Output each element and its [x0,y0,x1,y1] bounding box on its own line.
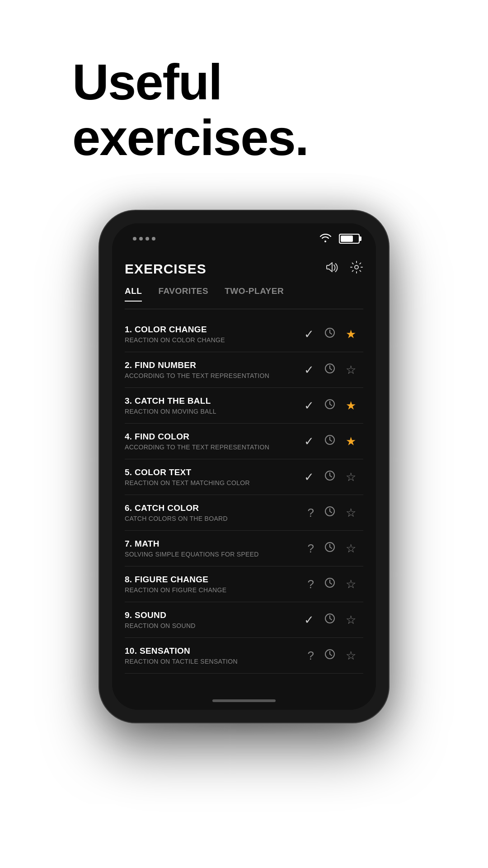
favorite-star-4[interactable]: ★ [346,434,356,448]
exercise-actions-8: ? ☆ [308,577,356,591]
history-icon-1[interactable] [324,327,336,341]
header-actions [325,260,363,277]
exercise-info-6: 6. CATCH COLOR CATCH COLORS ON THE BOARD [125,503,308,522]
exercise-info-10: 10. SENSATION REACTION ON TACTILE SENSAT… [125,646,308,665]
history-icon-2[interactable] [324,363,336,377]
app-header: EXERCISES [125,254,363,286]
favorite-star-1[interactable]: ★ [346,327,356,341]
exercise-info-8: 8. FIGURE CHANGE REACTION ON FIGURE CHAN… [125,575,308,594]
exercise-name-3: 3. CATCH THE BALL [125,396,304,406]
exercise-item-3[interactable]: 3. CATCH THE BALL REACTION ON MOVING BAL… [125,388,363,424]
exercise-desc-9: REACTION ON SOUND [125,622,304,629]
battery-fill [341,236,353,242]
status-question-7: ? [308,542,314,556]
home-bar [212,699,276,702]
status-check-9: ✓ [304,613,314,627]
exercise-item-8[interactable]: 8. FIGURE CHANGE REACTION ON FIGURE CHAN… [125,566,363,602]
app-screen-title: EXERCISES [125,261,206,277]
tab-two-player[interactable]: TWO-PLAYER [225,286,284,302]
phone-shell: EXERCISES [99,211,389,722]
exercise-item-4[interactable]: 4. FIND COLOR ACCORDING TO THE TEXT REPR… [125,424,363,459]
status-check-5: ✓ [304,470,314,484]
phone-mockup: EXERCISES [99,211,389,722]
exercise-item-10[interactable]: 10. SENSATION REACTION ON TACTILE SENSAT… [125,638,363,674]
exercise-item-7[interactable]: 7. MATH SOLVING SIMPLE EQUATIONS FOR SPE… [125,531,363,566]
status-check-3: ✓ [304,399,314,413]
sound-icon[interactable] [325,261,339,277]
exercise-list: 1. COLOR CHANGE REACTION ON COLOR CHANGE… [125,316,363,674]
exercise-name-4: 4. FIND COLOR [125,432,304,442]
exercise-actions-7: ? ☆ [308,541,356,556]
exercise-desc-5: REACTION ON TEXT MATCHING COLOR [125,479,304,486]
status-check-4: ✓ [304,434,314,448]
exercise-desc-10: REACTION ON TACTILE SENSATION [125,658,308,665]
exercise-info-3: 3. CATCH THE BALL REACTION ON MOVING BAL… [125,396,304,415]
exercise-name-10: 10. SENSATION [125,646,308,656]
tab-bar: ALL FAVORITES TWO-PLAYER [125,286,363,309]
phone-screen: EXERCISES [112,223,376,710]
exercise-name-1: 1. COLOR CHANGE [125,325,304,335]
exercise-name-7: 7. MATH [125,539,308,549]
favorite-star-10[interactable]: ☆ [346,649,356,663]
history-icon-6[interactable] [324,505,336,520]
exercise-name-6: 6. CATCH COLOR [125,503,308,513]
favorite-star-8[interactable]: ☆ [346,577,356,591]
tab-favorites[interactable]: FAVORITES [158,286,208,302]
exercise-info-7: 7. MATH SOLVING SIMPLE EQUATIONS FOR SPE… [125,539,308,558]
favorite-star-5[interactable]: ☆ [346,470,356,484]
status-check-2: ✓ [304,363,314,377]
home-indicator [112,692,376,710]
exercise-desc-3: REACTION ON MOVING BALL [125,408,304,415]
exercise-actions-10: ? ☆ [308,648,356,663]
history-icon-3[interactable] [324,398,336,413]
exercise-actions-5: ✓ ☆ [304,470,356,484]
signal-dot-2 [139,237,143,241]
history-icon-9[interactable] [324,613,336,627]
favorite-star-2[interactable]: ☆ [346,363,356,377]
history-icon-7[interactable] [324,541,336,556]
exercise-info-2: 2. FIND NUMBER ACCORDING TO THE TEXT REP… [125,360,304,379]
favorite-star-9[interactable]: ☆ [346,613,356,627]
exercise-actions-2: ✓ ☆ [304,363,356,377]
exercise-item-9[interactable]: 9. SOUND REACTION ON SOUND ✓ [125,602,363,638]
status-question-10: ? [308,649,314,663]
exercise-desc-2: ACCORDING TO THE TEXT REPRESENTATION [125,372,304,379]
exercise-actions-9: ✓ ☆ [304,613,356,627]
status-question-8: ? [308,577,314,591]
exercise-item-2[interactable]: 2. FIND NUMBER ACCORDING TO THE TEXT REP… [125,352,363,388]
exercise-item-6[interactable]: 6. CATCH COLOR CATCH COLORS ON THE BOARD… [125,495,363,531]
history-icon-8[interactable] [324,577,336,591]
settings-icon[interactable] [350,260,363,277]
exercise-actions-4: ✓ ★ [304,434,356,448]
exercise-actions-6: ? ☆ [308,505,356,520]
battery-icon [339,234,360,244]
app-content: EXERCISES [112,250,376,692]
exercise-name-9: 9. SOUND [125,610,304,620]
history-icon-10[interactable] [324,648,336,663]
page-header: Useful exercises. [0,0,488,202]
status-question-6: ? [308,506,314,520]
status-bar [112,223,376,250]
favorite-star-6[interactable]: ☆ [346,506,356,520]
signal-dot-1 [133,237,136,241]
exercise-desc-8: REACTION ON FIGURE CHANGE [125,586,308,594]
exercise-info-5: 5. COLOR TEXT REACTION ON TEXT MATCHING … [125,467,304,486]
history-icon-4[interactable] [324,434,336,448]
exercise-name-2: 2. FIND NUMBER [125,360,304,370]
favorite-star-3[interactable]: ★ [346,399,356,413]
exercise-info-9: 9. SOUND REACTION ON SOUND [125,610,304,629]
exercise-actions-1: ✓ ★ [304,327,356,341]
exercise-info-4: 4. FIND COLOR ACCORDING TO THE TEXT REPR… [125,432,304,451]
tab-all[interactable]: ALL [125,286,142,302]
exercise-desc-4: ACCORDING TO THE TEXT REPRESENTATION [125,443,304,451]
signal-dot-3 [145,237,149,241]
signal-dots [128,237,155,241]
exercise-desc-7: SOLVING SIMPLE EQUATIONS FOR SPEED [125,551,308,558]
favorite-star-7[interactable]: ☆ [346,542,356,556]
page-title: Useful exercises. [72,54,416,165]
exercise-item-1[interactable]: 1. COLOR CHANGE REACTION ON COLOR CHANGE… [125,316,363,352]
exercise-desc-1: REACTION ON COLOR CHANGE [125,336,304,344]
exercise-item-5[interactable]: 5. COLOR TEXT REACTION ON TEXT MATCHING … [125,459,363,495]
history-icon-5[interactable] [324,470,336,484]
exercise-desc-6: CATCH COLORS ON THE BOARD [125,515,308,522]
